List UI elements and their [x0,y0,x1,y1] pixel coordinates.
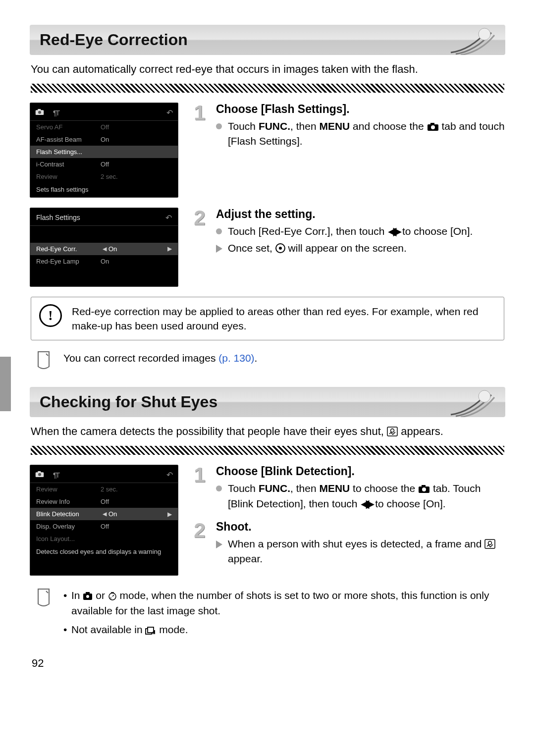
svg-rect-28 [154,630,155,634]
section-header-shut-eyes: Checking for Shut Eyes [30,387,505,417]
step2-bullet-2: Once set, will appear on the screen. [216,241,473,256]
s2-step1-bullet: Touch FUNC., then MENU to choose the tab… [216,481,505,511]
s2-step1-heading: Choose [Blink Detection]. [216,465,505,478]
lcd-row: Red-Eye LampOn [30,255,178,268]
lcd-screenshot-blink: ¶T ↶ Review2 sec. Review InfoOff Blink D… [30,465,178,576]
back-icon: ↶ [166,470,173,480]
lcd-row: AF-assist BeamOn [30,133,178,146]
svg-point-0 [479,28,490,40]
red-eye-indicator-icon [275,243,285,253]
camera-tab-inline-icon [427,122,439,131]
lcd-row: Review InfoOff [30,495,178,508]
bottom-notes: In or c mode, when the number of shots i… [31,586,504,643]
continuous-mode-icon [145,627,156,635]
section-title-red-eye: Red-Eye Correction [40,31,495,49]
lcd-row: Review2 sec. [30,483,178,495]
lcd-screenshot-flash-settings: Flash Settings↶ Red-Eye Corr.◀On▶ Red-Ey… [30,208,178,287]
bottom-note-2: Not available in mode. [63,622,501,638]
warning-icon: ! [39,304,62,327]
custom-timer-icon: c [108,592,117,600]
divider-hatch [31,446,504,455]
step2-bullet-1: Touch [Red-Eye Corr.], then touch ◀▶ to … [216,224,473,239]
section1-intro: You can automatically correct red-eye th… [31,62,504,77]
step2-heading: Adjust the setting. [216,208,473,221]
camera-tab-inline-icon [418,485,430,493]
svg-point-9 [479,390,490,402]
header-ornament-icon [441,387,500,417]
svg-point-11 [391,429,394,432]
svg-rect-5 [430,123,434,125]
svg-point-22 [86,595,89,598]
tip-note: You can correct recorded images (p. 130)… [31,348,504,372]
svg-rect-27 [153,632,154,634]
lcd-row: Disp. OverlayOff [30,520,178,533]
lcd-row: i-ContrastOff [30,158,178,170]
lcd-row-selected: Red-Eye Corr.◀On▶ [30,243,178,255]
svg-point-8 [279,247,282,250]
lcd-row: Icon Layout... [30,533,178,545]
step1-heading: Choose [Flash Settings]. [216,103,505,116]
s2-step2-heading: Shoot. [216,520,505,534]
svg-text:c: c [110,596,112,599]
lcd-row-selected: Blink Detection◀On▶ [30,508,178,520]
camera-tab-icon [35,471,44,479]
lcd-row: Servo AFOff [30,121,178,133]
step1-bullet: Touch FUNC., then MENU and choose the ta… [216,119,505,149]
step-number-2: 2 [190,520,209,569]
svg-rect-21 [86,592,90,594]
step-number-1: 1 [190,465,209,513]
section-title-shut-eyes: Checking for Shut Eyes [40,393,495,411]
blink-indicator-icon [387,427,398,436]
step-number-2: 2 [190,208,209,258]
svg-point-17 [422,487,426,491]
tools-tab-icon: ¶T [53,108,58,117]
pencil-icon [34,350,54,370]
svg-rect-2 [38,109,41,110]
svg-point-6 [431,125,435,129]
blink-indicator-icon [484,539,495,549]
section-header-red-eye: Red-Eye Correction [30,25,505,55]
lcd-row: Review2 sec. [30,170,178,183]
page-side-tab [0,357,11,411]
camera-tab-icon [35,108,44,117]
lcd-screenshot-menu: ¶T ↶ Servo AFOff AF-assist BeamOn Flash … [30,103,178,198]
lcd-caption: Sets flash settings [30,183,178,193]
back-icon: ↶ [165,213,172,222]
lcd-caption: Detects closed eyes and displays a warni… [30,545,178,555]
svg-rect-10 [387,427,397,436]
divider-hatch [31,84,504,93]
warning-note: ! Red-eye correction may be applied to a… [31,297,504,341]
left-right-icon: ◀▶ [388,225,398,237]
section2-intro: When the camera detects the possibility … [31,424,504,439]
svg-rect-13 [38,471,41,473]
svg-point-14 [38,473,41,476]
tools-tab-icon: ¶T [53,471,58,479]
page-ref-link[interactable]: (p. 130) [218,352,254,364]
page-number: 92 [32,657,505,670]
lcd-row-selected: Flash Settings... [30,146,178,158]
pencil-icon [34,588,54,607]
s2-step2-bullet: When a person with shut eyes is detected… [216,537,505,567]
svg-rect-16 [422,485,426,487]
face-timer-icon [83,592,93,600]
header-ornament-icon [441,25,500,55]
bottom-note-1: In or c mode, when the number of shots i… [63,588,501,619]
svg-point-19 [488,541,492,545]
warning-text: Red-eye correction may be applied to are… [72,304,496,333]
left-right-icon: ◀▶ [361,498,371,509]
back-icon: ↶ [166,108,173,117]
svg-rect-18 [485,540,495,548]
svg-point-3 [38,110,41,113]
step-number-1: 1 [190,103,209,151]
